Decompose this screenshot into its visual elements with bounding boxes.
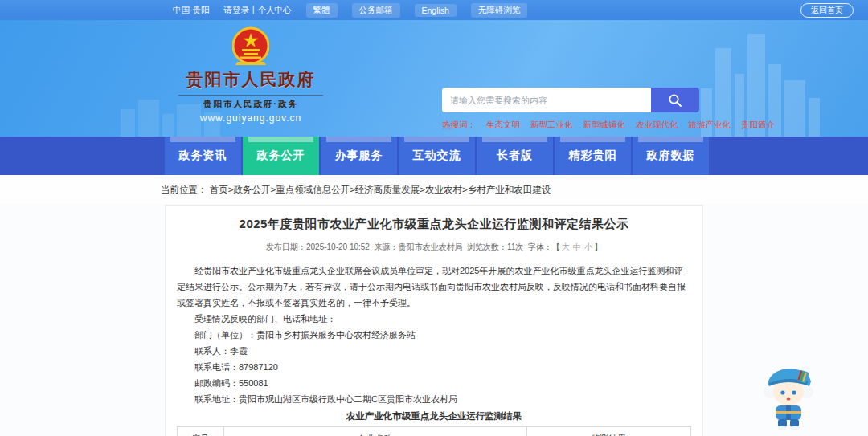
nav-item-zhengfu-shuju[interactable]: 政府数据: [633, 137, 709, 175]
nav-item-zhangzheban[interactable]: 长者版: [477, 137, 553, 175]
article-card: 2025年度贵阳市农业产业化市级重点龙头企业运行监测和评定结果公示 发布日期：2…: [165, 205, 703, 436]
official-mail-button[interactable]: 公务邮箱: [352, 3, 400, 18]
font-size-label: 字体：: [528, 242, 552, 251]
views-label: 浏览次数：: [467, 242, 507, 251]
header-banner: 贵阳市人民政府 贵阳市人民政府·政务 www.guiyang.gov.cn 热搜…: [0, 20, 868, 137]
column-header-company: 企业名称: [223, 427, 526, 436]
paragraph: 经贵阳市农业产业化市级重点龙头企业联席会议成员单位审定，现对2025年开展的农业…: [177, 263, 691, 311]
top-utility-bar: 中国·贵阳 请登录丨个人中心 繁體 公务邮箱 English 无障碍浏览 返回首…: [0, 0, 868, 20]
hot-word-link[interactable]: 农业现代化: [636, 120, 678, 131]
paragraph: 联系地址：贵阳市观山湖区市级行政中心二期C区贵阳市农业农村局: [177, 391, 691, 407]
publish-date: 2025-10-20 10:52: [306, 242, 370, 251]
search-icon: [668, 93, 682, 108]
nav-item-zhengwu-gongkai[interactable]: 政务公开: [243, 137, 319, 175]
views-value: 11次: [507, 242, 523, 251]
hot-word-link[interactable]: 新型工业化: [530, 120, 573, 131]
source-label: 来源：: [375, 242, 399, 251]
source-value: 贵阳市农业农村局: [399, 242, 463, 251]
monitoring-results-table: 序号 企业名称 监测结果 1 贵州合力超市采购有限公司 合格 2 贵州友禾种业有…: [177, 426, 691, 436]
login-link[interactable]: 请登录丨个人中心: [224, 5, 292, 16]
font-size-small-button[interactable]: 小: [584, 242, 592, 251]
table-caption: 农业产业化市级重点龙头企业运行监测结果: [177, 410, 691, 422]
back-to-home-button[interactable]: 返回首页: [800, 3, 854, 18]
accessibility-button[interactable]: 无障碍浏览: [471, 3, 528, 18]
paragraph: 邮政编码：550081: [177, 375, 691, 391]
paragraph: 联系电话：87987120: [177, 359, 691, 375]
article-meta: 发布日期：2025-10-20 10:52 来源：贵阳市农业农村局 浏览次数：1…: [177, 242, 691, 253]
nav-item-zhengwu-zixun[interactable]: 政务资讯: [165, 137, 241, 175]
site-subtitle: 贵阳市人民政府·政务: [178, 95, 323, 110]
site-url: www.guiyang.gov.cn: [178, 112, 323, 124]
article-title: 2025年度贵阳市农业产业化市级重点龙头企业运行监测和评定结果公示: [177, 217, 691, 232]
region-label: 中国·贵阳: [173, 5, 210, 16]
font-size-medium-button[interactable]: 中: [573, 242, 581, 251]
search-button[interactable]: [651, 88, 699, 112]
paragraph: 联系人：李霞: [177, 343, 691, 359]
site-title: 贵阳市人民政府: [178, 68, 323, 91]
breadcrumb-bar: 当前位置： 首页>政务公开>重点领域信息公开>经济高质量发展>农业农村>乡村产业…: [0, 175, 868, 204]
breadcrumb-label: 当前位置：: [161, 185, 207, 194]
hot-word-link[interactable]: 生态文明: [486, 120, 520, 131]
english-button[interactable]: English: [415, 4, 457, 17]
hot-search-row: 热搜词： 生态文明 新型工业化 新型城镇化 农业现代化 旅游产业化 贵阳简介: [442, 120, 699, 131]
hot-word-link[interactable]: 贵阳简介: [741, 120, 775, 131]
font-size-large-button[interactable]: 大: [562, 242, 570, 251]
article-body: 经贵阳市农业产业化市级重点龙头企业联席会议成员单位审定，现对2025年开展的农业…: [177, 263, 691, 407]
nav-item-jingcai-guiyang[interactable]: 精彩贵阳: [555, 137, 631, 175]
bracket-open: 【: [552, 242, 560, 251]
search-area: 热搜词： 生态文明 新型工业化 新型城镇化 农业现代化 旅游产业化 贵阳简介: [442, 88, 699, 131]
mascot-assistant-icon[interactable]: [760, 361, 817, 430]
traditional-chinese-button[interactable]: 繁體: [306, 3, 338, 18]
column-header-result: 监测结果: [526, 427, 690, 436]
main-navigation: 政务资讯 政务公开 办事服务 互动交流 长者版 精彩贵阳 政府数据: [0, 137, 868, 175]
hot-word-link[interactable]: 旅游产业化: [689, 120, 731, 131]
column-header-index: 序号: [178, 427, 224, 436]
bracket-close: 】: [594, 242, 602, 251]
hot-word-link[interactable]: 新型城镇化: [583, 120, 626, 131]
breadcrumb[interactable]: 首页>政务公开>重点领域信息公开>经济高质量发展>农业农村>乡村产业和农田建设: [210, 185, 551, 194]
national-emblem-icon: [232, 26, 269, 67]
paragraph: 部门（单位）：贵阳市乡村振兴服务中心农村经济服务站: [177, 327, 691, 343]
page: 中国·贵阳 请登录丨个人中心 繁體 公务邮箱 English 无障碍浏览 返回首…: [0, 0, 868, 436]
table-header-row: 序号 企业名称 监测结果: [178, 427, 691, 436]
paragraph: 受理情况反映的部门、电话和地址：: [177, 311, 691, 327]
nav-item-banshi-fuwu[interactable]: 办事服务: [321, 137, 397, 175]
site-brand[interactable]: 贵阳市人民政府 贵阳市人民政府·政务 www.guiyang.gov.cn: [178, 26, 323, 124]
search-input[interactable]: [442, 88, 651, 112]
nav-item-hudong-jiaoliu[interactable]: 互动交流: [399, 137, 475, 175]
hot-search-label: 热搜词：: [442, 120, 476, 131]
publish-date-label: 发布日期：: [266, 242, 306, 251]
